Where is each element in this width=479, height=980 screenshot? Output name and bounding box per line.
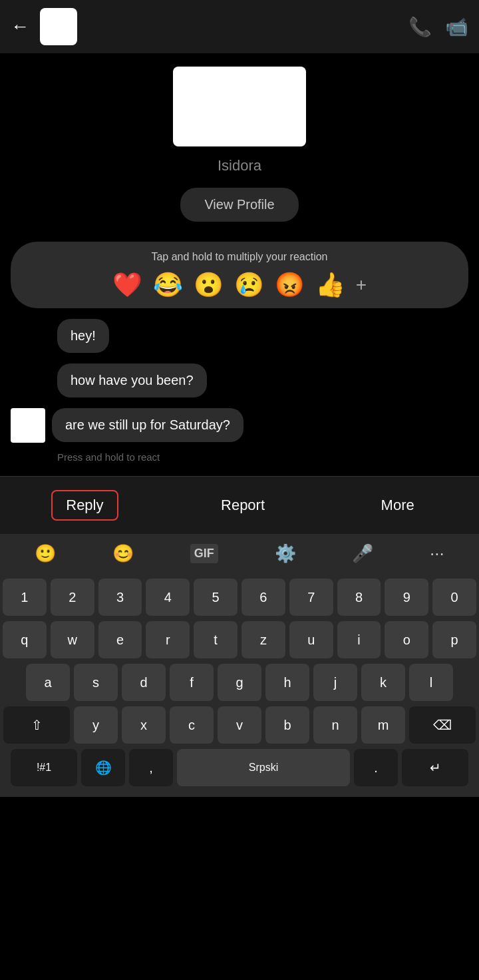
- report-button[interactable]: Report: [208, 491, 278, 519]
- contact-name: Isidora: [218, 157, 261, 174]
- key-t[interactable]: t: [194, 621, 238, 658]
- message-bubble: are we still up for Saturday?: [52, 408, 243, 442]
- message-bubble: hey!: [57, 319, 109, 353]
- key-z[interactable]: z: [241, 621, 285, 658]
- key-r[interactable]: r: [146, 621, 190, 658]
- key-o[interactable]: o: [385, 621, 428, 658]
- key-s[interactable]: s: [74, 664, 118, 701]
- message-row: hey!: [11, 319, 468, 360]
- asdf-row: a s d f g h j k l: [3, 664, 476, 701]
- comma-key[interactable]: ,: [129, 749, 173, 786]
- key-g[interactable]: g: [218, 664, 261, 701]
- reaction-emojis: ❤️ 😂 😮 😢 😡 👍 +: [112, 271, 367, 299]
- key-i[interactable]: i: [337, 621, 381, 658]
- period-key[interactable]: .: [354, 749, 398, 786]
- reaction-cry[interactable]: 😢: [234, 271, 264, 299]
- backspace-key[interactable]: ⌫: [409, 706, 476, 744]
- gif-icon[interactable]: GIF: [190, 544, 218, 563]
- key-4[interactable]: 4: [146, 579, 190, 616]
- back-button[interactable]: ←: [11, 16, 29, 37]
- key-1[interactable]: 1: [3, 579, 47, 616]
- reaction-thumbsup[interactable]: 👍: [315, 271, 345, 299]
- zxcv-row: ⇧ y x c v b n m ⌫: [3, 706, 476, 744]
- press-hold-hint: Press and hold to react: [11, 451, 468, 463]
- avatar: [40, 8, 77, 45]
- message-row: how have you been?: [11, 364, 468, 404]
- key-2[interactable]: 2: [51, 579, 94, 616]
- mic-icon[interactable]: 🎤: [352, 543, 373, 564]
- key-y[interactable]: y: [74, 706, 118, 744]
- settings-icon[interactable]: ⚙️: [275, 543, 296, 564]
- keyboard-toolbar: 🙂 😊 GIF ⚙️ 🎤 ···: [0, 534, 479, 573]
- sender-avatar: [11, 408, 45, 443]
- chat-area: Tap and hold to multiply your reaction ❤…: [0, 228, 479, 476]
- emoji-icon[interactable]: 😊: [112, 543, 134, 564]
- space-key[interactable]: Srpski: [177, 749, 350, 786]
- key-c[interactable]: c: [170, 706, 214, 744]
- key-5[interactable]: 5: [194, 579, 238, 616]
- enter-key[interactable]: ↵: [402, 749, 468, 786]
- special-key[interactable]: !#1: [11, 749, 77, 786]
- key-6[interactable]: 6: [241, 579, 285, 616]
- reaction-picker: Tap and hold to multiply your reaction ❤…: [11, 242, 468, 308]
- key-j[interactable]: j: [313, 664, 357, 701]
- number-row: 1 2 3 4 5 6 7 8 9 0: [3, 579, 476, 616]
- key-w[interactable]: w: [51, 621, 94, 658]
- key-p[interactable]: p: [432, 621, 476, 658]
- key-d[interactable]: d: [122, 664, 166, 701]
- key-a[interactable]: a: [26, 664, 70, 701]
- key-k[interactable]: k: [361, 664, 405, 701]
- key-l[interactable]: l: [409, 664, 453, 701]
- key-u[interactable]: u: [289, 621, 333, 658]
- qwerty-row: q w e r t z u i o p: [3, 621, 476, 658]
- contact-avatar-large: [173, 67, 306, 146]
- key-7[interactable]: 7: [289, 579, 333, 616]
- key-n[interactable]: n: [313, 706, 357, 744]
- reaction-wow[interactable]: 😮: [194, 271, 224, 299]
- key-x[interactable]: x: [122, 706, 166, 744]
- sticker-icon[interactable]: 🙂: [35, 543, 56, 564]
- message-row-with-avatar: are we still up for Saturday?: [11, 408, 468, 449]
- contact-area: Isidora View Profile: [0, 53, 479, 228]
- key-e[interactable]: e: [98, 621, 142, 658]
- key-h[interactable]: h: [265, 664, 309, 701]
- keyboard: 1 2 3 4 5 6 7 8 9 0 q w e r t z u i o p …: [0, 573, 479, 797]
- reaction-hint: Tap and hold to multiply your reaction: [151, 251, 327, 263]
- key-9[interactable]: 9: [385, 579, 428, 616]
- phone-icon[interactable]: 📞: [408, 16, 432, 38]
- video-icon[interactable]: 📹: [445, 16, 468, 38]
- key-f[interactable]: f: [170, 664, 214, 701]
- view-profile-button[interactable]: View Profile: [180, 188, 298, 222]
- more-button[interactable]: More: [368, 491, 428, 519]
- key-q[interactable]: q: [3, 621, 47, 658]
- key-0[interactable]: 0: [432, 579, 476, 616]
- key-8[interactable]: 8: [337, 579, 381, 616]
- bottom-row: !#1 🌐 , Srpski . ↵: [3, 749, 476, 786]
- header: ← 📞 📹: [0, 0, 479, 53]
- globe-key[interactable]: 🌐: [81, 749, 125, 786]
- action-bar: Reply Report More: [0, 476, 479, 534]
- key-3[interactable]: 3: [98, 579, 142, 616]
- reaction-heart[interactable]: ❤️: [112, 271, 142, 299]
- key-m[interactable]: m: [361, 706, 405, 744]
- key-v[interactable]: v: [218, 706, 261, 744]
- more-dots-icon[interactable]: ···: [430, 543, 444, 564]
- shift-key[interactable]: ⇧: [3, 706, 70, 744]
- key-b[interactable]: b: [265, 706, 309, 744]
- reaction-plus-icon[interactable]: +: [356, 274, 367, 296]
- message-bubble: how have you been?: [57, 364, 207, 397]
- reaction-angry[interactable]: 😡: [275, 271, 305, 299]
- reply-button[interactable]: Reply: [51, 490, 118, 521]
- reaction-laugh[interactable]: 😂: [153, 271, 183, 299]
- header-icons: 📞 📹: [408, 16, 468, 38]
